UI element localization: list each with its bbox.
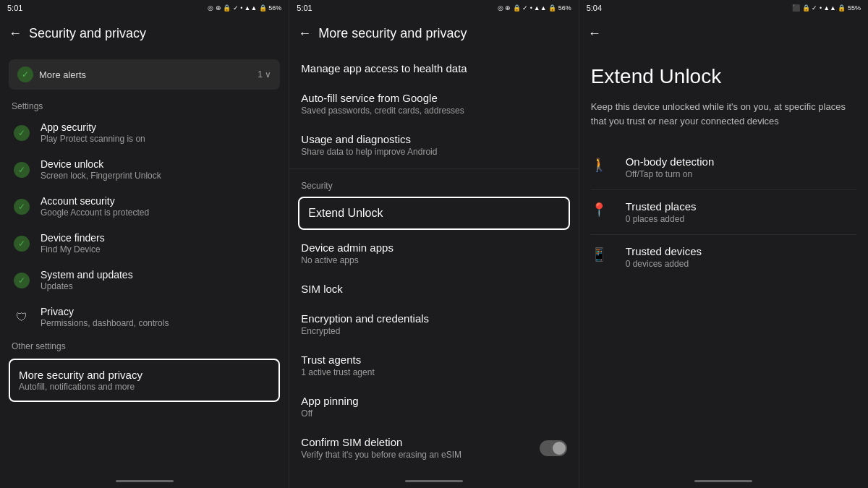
alert-left: ✓ More alerts	[17, 67, 86, 82]
back-button-3[interactable]: ←	[588, 26, 601, 41]
sim-lock-title: SIM lock	[301, 283, 566, 295]
check-icon-2: ✓	[14, 162, 30, 178]
back-button-1[interactable]: ←	[9, 26, 22, 41]
check-icon-3: ✓	[14, 199, 30, 215]
health-data-title: Manage app access to health data	[301, 62, 566, 74]
bottom-bar-1	[0, 474, 289, 488]
device-admin-subtitle: No active apps	[301, 255, 566, 265]
bottom-indicator-1	[116, 480, 174, 482]
alert-check-icon: ✓	[17, 67, 33, 82]
settings-item-device-finders[interactable]: ✓ Device finders Find My Device	[0, 225, 289, 262]
confirm-sim-item[interactable]: Confirm SIM deletion Verify that it's yo…	[289, 427, 578, 468]
device-unlock-title: Device unlock	[41, 158, 277, 170]
settings-item-system-updates[interactable]: ✓ System and updates Updates	[0, 262, 289, 299]
device-admin-item[interactable]: Device admin apps No active apps	[289, 233, 578, 274]
top-bar-3: ←	[579, 16, 868, 51]
extend-unlock-title: Extend Unlock	[308, 207, 559, 220]
on-body-detection-icon: 🚶	[591, 157, 614, 173]
on-body-detection-option[interactable]: 🚶 On-body detection Off/Tap to turn on	[591, 145, 856, 190]
app-pinning-subtitle: Off	[301, 408, 566, 419]
other-settings-label: Other settings	[0, 335, 289, 354]
confirm-sim-title: Confirm SIM deletion	[301, 436, 539, 448]
confirm-sim-subtitle: Verify that it's you before erasing an e…	[301, 450, 539, 460]
health-data-item[interactable]: Manage app access to health data	[289, 53, 578, 83]
device-unlock-icon: ✓	[12, 160, 32, 180]
trust-agents-item[interactable]: Trust agents 1 active trust agent	[289, 345, 578, 386]
panel1-security: 5:01 ◎ ⊕ 🔒 ✓ • ▲▲ 🔒 56% ← Security and p…	[0, 0, 289, 488]
status-bar-2: 5:01 ◎ ⊕ 🔒 ✓ • ▲▲ 🔒 56%	[289, 0, 578, 16]
divider-1	[289, 168, 578, 169]
account-security-subtitle: Google Account is protected	[41, 207, 277, 218]
settings-item-device-unlock[interactable]: ✓ Device unlock Screen lock, Fingerprint…	[0, 151, 289, 188]
extend-unlock-description: Keep this device unlocked while it's on …	[591, 100, 856, 128]
trusted-devices-subtitle: 0 devices added	[626, 259, 856, 269]
app-pinning-item[interactable]: App pinning Off	[289, 386, 578, 427]
bottom-indicator-2	[405, 480, 463, 482]
content-area-2: Manage app access to health data Auto-fi…	[289, 51, 578, 474]
security-section-label: Security	[289, 172, 578, 194]
privacy-title: Privacy	[41, 306, 277, 317]
system-updates-subtitle: Updates	[41, 281, 277, 291]
page-title-2: More security and privacy	[318, 26, 467, 41]
alert-text: More alerts	[39, 69, 86, 80]
status-icons-3: ⬛ 🔒 ✓ • ▲▲ 🔒 55%	[792, 4, 861, 12]
alert-banner[interactable]: ✓ More alerts 1 ∨	[9, 59, 280, 90]
autofill-title: Auto-fill service from Google	[301, 92, 566, 104]
system-updates-title: System and updates	[41, 269, 277, 281]
time-2: 5:01	[297, 4, 312, 12]
privacy-shield-icon: 🛡	[12, 307, 32, 328]
system-updates-icon: ✓	[12, 270, 32, 291]
more-security-title: More security and privacy	[19, 369, 270, 381]
device-finders-icon: ✓	[12, 234, 32, 254]
sim-lock-item[interactable]: SIM lock	[289, 274, 578, 304]
settings-section-label: Settings	[0, 95, 289, 114]
bottom-bar-2	[289, 474, 578, 488]
encryption-item[interactable]: Encryption and credentials Encrypted	[289, 304, 578, 345]
device-unlock-subtitle: Screen lock, Fingerprint Unlock	[41, 171, 277, 181]
bottom-indicator-3	[694, 480, 752, 482]
encryption-title: Encryption and credentials	[301, 312, 566, 325]
panel2-more-security: 5:01 ◎ ⊕ 🔒 ✓ • ▲▲ 🔒 56% ← More security …	[289, 0, 579, 488]
on-body-subtitle: Off/Tap to turn on	[626, 169, 856, 179]
top-bar-1: ← Security and privacy	[0, 16, 289, 51]
time-3: 5:04	[587, 4, 602, 12]
back-button-2[interactable]: ←	[298, 26, 311, 41]
trusted-places-title: Trusted places	[626, 200, 856, 213]
alert-badge: 1 ∨	[258, 69, 271, 80]
extend-unlock-highlighted[interactable]: Extend Unlock	[298, 197, 569, 230]
usage-diagnostics-item[interactable]: Usage and diagnostics Share data to help…	[289, 124, 578, 166]
privacy-subtitle: Permissions, dashboard, controls	[41, 318, 277, 328]
toggle-dot	[553, 442, 566, 455]
device-finders-subtitle: Find My Device	[41, 244, 277, 254]
settings-item-app-security[interactable]: ✓ App security Play Protect scanning is …	[0, 114, 289, 151]
top-bar-2: ← More security and privacy	[289, 16, 578, 51]
trusted-places-option[interactable]: 📍 Trusted places 0 places added	[591, 190, 856, 235]
trusted-devices-option[interactable]: 📱 Trusted devices 0 devices added	[591, 235, 856, 279]
account-security-icon: ✓	[12, 197, 32, 217]
trusted-places-subtitle: 0 places added	[626, 214, 856, 224]
autofill-item[interactable]: Auto-fill service from Google Saved pass…	[289, 83, 578, 124]
confirm-sim-toggle[interactable]	[540, 440, 567, 456]
extend-unlock-content: Extend Unlock Keep this device unlocked …	[579, 51, 868, 474]
check-icon-5: ✓	[14, 273, 30, 288]
on-body-title: On-body detection	[626, 155, 856, 168]
app-security-icon: ✓	[12, 123, 32, 143]
bottom-bar-3	[579, 474, 868, 488]
settings-item-account-security[interactable]: ✓ Account security Google Account is pro…	[0, 188, 289, 225]
trust-agents-subtitle: 1 active trust agent	[301, 367, 566, 377]
content-area-1: ✓ More alerts 1 ∨ Settings ✓ App securit…	[0, 51, 289, 474]
app-security-subtitle: Play Protect scanning is on	[41, 134, 277, 144]
status-icons-2: ◎ ⊕ 🔒 ✓ • ▲▲ 🔒 56%	[498, 4, 571, 12]
usage-title: Usage and diagnostics	[301, 133, 566, 145]
device-finders-title: Device finders	[41, 232, 277, 244]
settings-item-privacy[interactable]: 🛡 Privacy Permissions, dashboard, contro…	[0, 299, 289, 335]
autofill-subtitle: Saved passwords, credit cards, addresses	[301, 106, 566, 116]
more-security-privacy-item[interactable]: More security and privacy Autofill, noti…	[9, 359, 280, 402]
more-security-subtitle: Autofill, notifications and more	[19, 382, 270, 392]
trust-agents-title: Trust agents	[301, 354, 566, 366]
account-security-title: Account security	[41, 195, 277, 207]
trusted-devices-icon: 📱	[591, 247, 614, 262]
time-1: 5:01	[7, 4, 22, 12]
check-icon-4: ✓	[14, 236, 30, 252]
panel3-extend-unlock: 5:04 ⬛ 🔒 ✓ • ▲▲ 🔒 55% ← Extend Unlock Ke…	[579, 0, 868, 488]
